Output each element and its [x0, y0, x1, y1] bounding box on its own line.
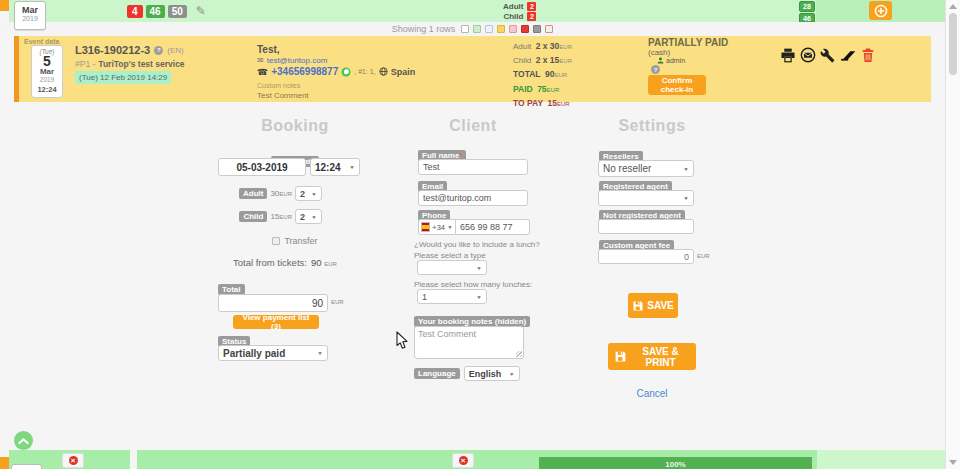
event-year: 2019 [32, 76, 62, 83]
service-ref: #P1 - [75, 59, 95, 69]
person-icon [657, 57, 664, 64]
total-line: TOTAL 90EUR [513, 67, 572, 81]
event-time: 12:24 [32, 85, 62, 94]
legend-checkbox-yellow[interactable] [497, 25, 505, 33]
not-registered-agent-input[interactable] [598, 219, 694, 234]
registered-agent-select[interactable]: ▼ [598, 190, 694, 206]
scroll-top-button[interactable] [14, 431, 33, 450]
price-line-adult: Adult 2 x 30EUR [513, 39, 572, 53]
month-box[interactable]: Mar 2019 [14, 1, 46, 30]
booking-language-tag: (EN) [167, 46, 183, 55]
bottom-close-button[interactable]: × [62, 453, 84, 468]
phone-country-select[interactable]: +34▼ [418, 219, 456, 235]
scrollbar-thumb[interactable] [949, 13, 957, 75]
next-month-box[interactable] [11, 464, 42, 469]
view-payment-list-button[interactable]: View payment list (3) [233, 315, 319, 329]
status-select[interactable]: Partially paid▼ [218, 345, 328, 361]
availability-badge-1: 28 [799, 1, 815, 12]
language-select[interactable]: English▼ [464, 366, 520, 381]
filter-badge-gray[interactable]: 50 [168, 5, 187, 18]
trash-icon[interactable] [862, 48, 874, 63]
phone-input[interactable]: 656 99 88 77 [456, 219, 530, 235]
spain-flag-icon [421, 222, 430, 232]
confirm-checkin-button[interactable]: Confirm check-in [648, 75, 706, 95]
mouse-cursor [396, 331, 409, 354]
legend-checkbox-gray[interactable] [533, 25, 541, 33]
capacity-child-label: Child [503, 12, 523, 21]
bottom-close-button[interactable]: × [452, 453, 474, 468]
lunch-question-text: ¿Would you like to include a lunch? [414, 240, 540, 249]
booking-notes-textarea[interactable]: Test Comment [414, 326, 524, 359]
month-box-month: Mar [15, 5, 45, 15]
legend-checkbox-red[interactable] [521, 25, 529, 33]
event-time-select[interactable]: 12:24▼ [310, 158, 360, 176]
service-name: TuriTop's test service [98, 59, 184, 69]
scrollbar-up-arrow[interactable] [949, 4, 957, 9]
filter-badge-red[interactable]: 4 [127, 5, 143, 18]
whatsapp-icon[interactable] [341, 67, 351, 77]
eraser-icon[interactable] [839, 50, 856, 61]
showing-rows-text: Showing 1 rows [392, 24, 456, 34]
scrollbar[interactable] [945, 0, 960, 469]
wrench-icon[interactable] [820, 48, 835, 63]
phone-meta: , #1: 1, [354, 68, 375, 75]
chevron-up-icon [18, 437, 29, 445]
lunch-type-select[interactable]: ▼ [417, 260, 487, 275]
save-button[interactable]: SAVE [628, 293, 678, 318]
corner-marker-top [0, 0, 9, 11]
email-input[interactable]: test@turitop.com [418, 190, 528, 206]
help-icon[interactable]: ? [154, 46, 163, 55]
ticket-child-qty-select[interactable]: 2▼ [295, 209, 322, 224]
capacity-adult-badge: 2 [527, 2, 536, 11]
event-date-input[interactable]: 05-03-2019 [218, 158, 306, 176]
lunch-qty-select[interactable]: 1▼ [417, 289, 487, 304]
capacity-adult-label: Adult [503, 2, 523, 11]
add-booking-button[interactable] [869, 1, 892, 20]
mail-circle-icon[interactable] [800, 47, 816, 63]
lunch-type-label: Please select a type [414, 251, 486, 260]
total-from-tickets-value: 90 [311, 257, 322, 268]
to-pay-line: TO PAY 15EUR [513, 96, 572, 110]
custom-agent-fee-input[interactable]: 0 [598, 249, 694, 264]
print-icon[interactable] [780, 48, 796, 63]
filter-row: Showing 1 rows [0, 22, 945, 35]
plus-circle-icon [874, 4, 888, 18]
fee-currency-suffix: EUR [697, 253, 710, 259]
legend-checkbox-green[interactable] [473, 25, 481, 33]
help-icon[interactable]: ? [651, 65, 660, 74]
client-email-link[interactable]: test@turitop.com [267, 56, 328, 65]
client-country: Spain [391, 67, 416, 77]
bottom-calendar-bar: × × 100% [0, 450, 945, 469]
booking-heading: Booking [228, 117, 362, 135]
ticket-child-label: Child [239, 211, 267, 222]
resellers-select[interactable]: No reseller▼ [598, 160, 694, 177]
legend-checkbox-blue[interactable] [485, 25, 493, 33]
transfer-checkbox[interactable] [272, 237, 280, 245]
close-icon: × [69, 456, 78, 465]
payment-method: (cash) [648, 48, 670, 57]
edit-icon[interactable]: ✎ [196, 4, 206, 18]
scrollbar-down-arrow[interactable] [949, 460, 957, 465]
save-and-print-button[interactable]: SAVE & PRINT [608, 343, 696, 370]
legend-checkbox-white[interactable] [461, 25, 469, 33]
total-currency-suffix: EUR [331, 299, 344, 305]
progress-bar: 100% [539, 457, 812, 469]
capacity-child-badge: 2 [527, 12, 536, 21]
full-name-input[interactable]: Test [418, 159, 528, 175]
resize-handle[interactable] [516, 351, 522, 357]
custom-notes-value: Test Comment [257, 91, 309, 100]
legend-checkbox-pink[interactable] [509, 25, 517, 33]
language-field-label: Language [414, 368, 460, 379]
close-icon: × [459, 456, 468, 465]
booking-code: L316-190212-3 [75, 44, 150, 56]
cancel-link[interactable]: Cancel [636, 388, 667, 399]
save-icon [632, 300, 644, 312]
legend-checkbox-mint[interactable] [545, 25, 553, 33]
total-input[interactable]: 90 [218, 294, 328, 312]
filter-badge-green[interactable]: 46 [146, 5, 165, 18]
client-phone-link[interactable]: +34656998877 [271, 66, 338, 77]
client-name: Test, [257, 44, 280, 55]
operator-name: admin [666, 57, 685, 64]
ticket-adult-qty-select[interactable]: 2▼ [295, 186, 322, 201]
custom-notes-label: Custom notes [257, 82, 300, 89]
